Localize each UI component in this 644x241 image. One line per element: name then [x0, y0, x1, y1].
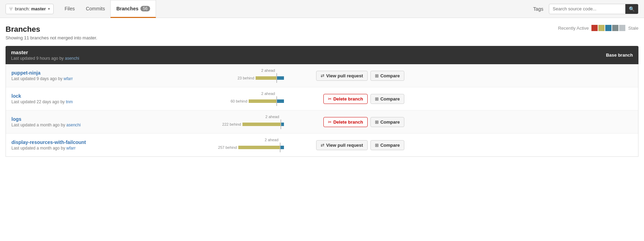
ahead-label: 2 ahead [265, 115, 284, 119]
branch-actions: ⇄ View pull request ⊞ Compare [287, 71, 404, 81]
search-box: 🔍 [549, 4, 638, 14]
ahead-label: 2 ahead [261, 68, 284, 73]
compare-icon: ⊞ [375, 119, 379, 125]
compare-button[interactable]: ⊞ Compare [370, 94, 404, 104]
legend-color-5 [619, 25, 625, 31]
main-content: Branches Showing 11 branches not merged … [0, 18, 644, 157]
branch-name-link[interactable]: display-resources-with-failcount [11, 139, 86, 145]
page-subtitle: Showing 11 branches not merged into mast… [6, 35, 97, 40]
pull-request-icon: ⇄ [321, 73, 324, 78]
chevron-down-icon: ▾ [48, 7, 50, 11]
master-branch-meta: Last updated 9 hours ago by asenchi [11, 56, 79, 61]
master-branch-name: master [11, 49, 79, 55]
legend-color-4 [612, 25, 618, 31]
page-header: Branches Showing 11 branches not merged … [6, 25, 638, 40]
ahead-label: 2 ahead [261, 91, 284, 96]
ahead-bar [277, 99, 284, 103]
legend-colors [591, 25, 625, 31]
branch-info: lock Last updated 22 days ago by tnm [11, 93, 143, 104]
compare-button[interactable]: ⊞ Compare [370, 71, 404, 81]
branch-row: display-resources-with-failcount Last up… [6, 134, 638, 156]
search-input[interactable] [549, 4, 625, 13]
bar-row: 257 behind [146, 143, 284, 152]
branch-info: logs Last updated a month ago by asenchi [11, 116, 143, 127]
delete-icon: ✂ [328, 96, 332, 102]
legend-color-2 [598, 25, 605, 31]
graph-inner: 2 ahead 23 behind [146, 68, 284, 83]
behind-bar [238, 146, 280, 149]
page-title-block: Branches Showing 11 branches not merged … [6, 25, 97, 40]
branch-author-link[interactable]: asenchi [66, 123, 81, 127]
ahead-bar [277, 76, 284, 80]
branch-meta: Last updated 9 days ago by wfarr [11, 76, 143, 81]
bar-row: 60 behind [146, 96, 284, 106]
compare-icon: ⊞ [375, 96, 379, 102]
graph-section: 2 ahead 23 behind [146, 68, 284, 83]
compare-button[interactable]: ⊞ Compare [370, 140, 404, 150]
branch-name-link[interactable]: puppet-ninja [11, 70, 40, 76]
behind-count: 23 behind [238, 76, 256, 80]
branch-row: puppet-ninja Last updated 9 days ago by … [6, 64, 638, 87]
behind-count: 222 behind [222, 122, 242, 126]
bar-row: 23 behind [146, 73, 284, 83]
action1-button[interactable]: ⇄ View pull request [316, 71, 368, 81]
branch-name-link[interactable]: lock [11, 93, 21, 99]
branch-meta: Last updated a month ago by wfarr [11, 146, 143, 151]
search-button[interactable]: 🔍 [625, 4, 638, 14]
graph-section: 2 ahead 222 behind [146, 115, 284, 129]
legend-color-1 [591, 25, 598, 31]
tab-commits[interactable]: Commits [80, 0, 110, 18]
branches-count-badge: 56 [140, 6, 150, 11]
ahead-bar [281, 123, 284, 126]
tab-branches[interactable]: Branches 56 [110, 0, 156, 18]
branch-actions: ✂ Delete branch ⊞ Compare [287, 94, 404, 104]
branch-row: logs Last updated a month ago by asenchi… [6, 110, 638, 134]
branch-row: lock Last updated 22 days ago by tnm 2 a… [6, 87, 638, 110]
graph-inner: 2 ahead 257 behind [146, 138, 284, 152]
tags-link[interactable]: Tags [527, 6, 549, 12]
action1-button[interactable]: ✂ Delete branch [323, 117, 368, 127]
graph-section: 2 ahead 60 behind [146, 91, 284, 106]
ahead-bar [280, 146, 284, 149]
behind-count: 257 behind [218, 145, 238, 150]
tab-files[interactable]: Files [59, 0, 81, 18]
bar-row: 222 behind [146, 119, 284, 129]
branch-info: display-resources-with-failcount Last up… [11, 139, 143, 151]
branch-name-link[interactable]: logs [11, 116, 21, 122]
master-branch-header: master Last updated 9 hours ago by asenc… [6, 46, 638, 64]
branch-meta: Last updated 22 days ago by tnm [11, 99, 143, 104]
page-title: Branches [6, 25, 97, 34]
branch-legend: Recently Active Stale [558, 25, 638, 31]
base-branch-label: Base branch [606, 52, 633, 58]
branch-list: puppet-ninja Last updated 9 days ago by … [6, 64, 638, 157]
compare-button[interactable]: ⊞ Compare [370, 117, 404, 127]
branch-info: puppet-ninja Last updated 9 days ago by … [11, 70, 143, 81]
graph-inner: 2 ahead 222 behind [146, 115, 284, 129]
behind-bar [249, 99, 276, 103]
branch-meta: Last updated a month ago by asenchi [11, 123, 143, 127]
compare-icon: ⊞ [375, 143, 379, 148]
legend-color-3 [605, 25, 611, 31]
master-branch-info: master Last updated 9 hours ago by asenc… [11, 49, 79, 61]
master-branch-author[interactable]: asenchi [65, 56, 79, 61]
branch-icon: ⑂ [9, 6, 13, 12]
delete-icon: ✂ [328, 119, 332, 125]
ahead-label: 2 ahead [265, 138, 284, 142]
graph-inner: 2 ahead 60 behind [146, 91, 284, 106]
legend-active-label: Recently Active [558, 26, 589, 31]
branch-selector[interactable]: ⑂ branch: master ▾ [6, 4, 54, 14]
action1-button[interactable]: ⇄ View pull request [316, 140, 368, 150]
legend-stale-label: Stale [628, 26, 638, 31]
branch-author-link[interactable]: tnm [66, 99, 73, 104]
branch-label: branch: master [15, 6, 46, 11]
behind-count: 60 behind [231, 99, 249, 103]
navbar: ⑂ branch: master ▾ Files Commits Branche… [0, 0, 644, 18]
branch-author-link[interactable]: wfarr [64, 76, 73, 81]
behind-bar [242, 123, 280, 126]
branch-actions: ⇄ View pull request ⊞ Compare [287, 140, 404, 150]
graph-section: 2 ahead 257 behind [146, 138, 284, 152]
pull-request-icon: ⇄ [321, 143, 324, 148]
branch-author-link[interactable]: wfarr [66, 146, 76, 151]
branch-actions: ✂ Delete branch ⊞ Compare [287, 117, 404, 127]
action1-button[interactable]: ✂ Delete branch [323, 94, 368, 104]
